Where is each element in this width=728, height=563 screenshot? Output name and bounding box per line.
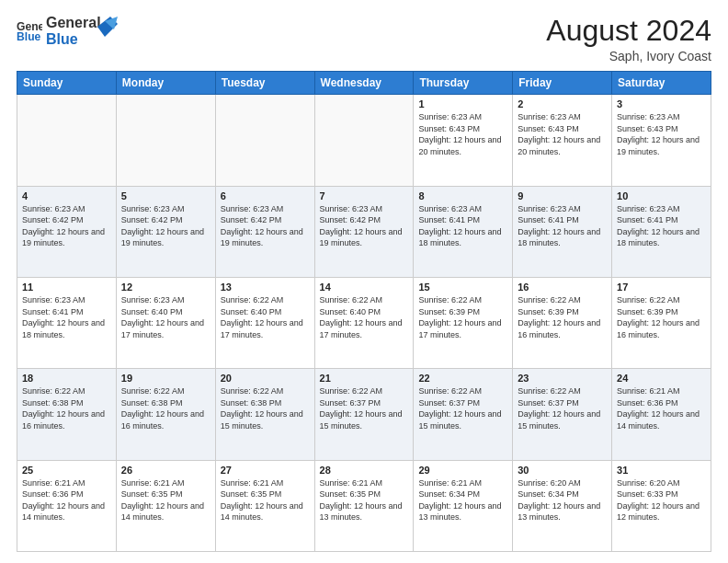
table-row: 26 Sunrise: 6:21 AM Sunset: 6:35 PM Dayl… bbox=[116, 460, 215, 551]
table-row: 29 Sunrise: 6:21 AM Sunset: 6:34 PM Dayl… bbox=[414, 460, 513, 551]
table-row: 6 Sunrise: 6:23 AM Sunset: 6:42 PM Dayli… bbox=[215, 186, 314, 277]
table-row: 3 Sunrise: 6:23 AM Sunset: 6:43 PM Dayli… bbox=[612, 95, 711, 186]
table-row: 14 Sunrise: 6:22 AM Sunset: 6:40 PM Dayl… bbox=[314, 277, 414, 368]
table-row: 15 Sunrise: 6:22 AM Sunset: 6:39 PM Dayl… bbox=[414, 277, 513, 368]
table-row: 30 Sunrise: 6:20 AM Sunset: 6:34 PM Dayl… bbox=[513, 460, 612, 551]
table-row: 19 Sunrise: 6:22 AM Sunset: 6:38 PM Dayl… bbox=[116, 369, 215, 460]
table-row bbox=[17, 95, 117, 186]
table-row: 9 Sunrise: 6:23 AM Sunset: 6:41 PM Dayli… bbox=[513, 186, 612, 277]
logo-general: General bbox=[46, 15, 101, 30]
table-row: 10 Sunrise: 6:23 AM Sunset: 6:41 PM Dayl… bbox=[612, 186, 711, 277]
svg-text:Blue: Blue bbox=[17, 30, 41, 43]
table-row bbox=[215, 95, 314, 186]
table-row bbox=[314, 95, 414, 186]
col-sunday: Sunday bbox=[17, 72, 117, 95]
location-subtitle: Saph, Ivory Coast bbox=[546, 49, 711, 63]
col-thursday: Thursday bbox=[414, 72, 513, 95]
month-year-title: August 2024 bbox=[546, 15, 711, 47]
logo-blue: Blue bbox=[46, 31, 101, 48]
table-row: 13 Sunrise: 6:22 AM Sunset: 6:40 PM Dayl… bbox=[215, 277, 314, 368]
table-row: 31 Sunrise: 6:20 AM Sunset: 6:33 PM Dayl… bbox=[612, 460, 711, 551]
calendar-table: Sunday Monday Tuesday Wednesday Thursday… bbox=[17, 71, 711, 552]
col-tuesday: Tuesday bbox=[215, 72, 314, 95]
table-row: 24 Sunrise: 6:21 AM Sunset: 6:36 PM Dayl… bbox=[612, 369, 711, 460]
table-row: 8 Sunrise: 6:23 AM Sunset: 6:41 PM Dayli… bbox=[414, 186, 513, 277]
table-row: 27 Sunrise: 6:21 AM Sunset: 6:35 PM Dayl… bbox=[215, 460, 314, 551]
col-friday: Friday bbox=[513, 72, 612, 95]
table-row: 5 Sunrise: 6:23 AM Sunset: 6:42 PM Dayli… bbox=[116, 186, 215, 277]
header: General Blue General Blue August 2024 Sa… bbox=[17, 15, 711, 63]
logo-icon: General Blue bbox=[17, 18, 42, 44]
table-row: 25 Sunrise: 6:21 AM Sunset: 6:36 PM Dayl… bbox=[17, 460, 117, 551]
logo: General Blue General Blue bbox=[17, 15, 118, 47]
table-row bbox=[116, 95, 215, 186]
col-saturday: Saturday bbox=[612, 72, 711, 95]
logo-bird-icon bbox=[97, 17, 118, 37]
table-row: 20 Sunrise: 6:22 AM Sunset: 6:38 PM Dayl… bbox=[215, 369, 314, 460]
calendar-header-row: Sunday Monday Tuesday Wednesday Thursday… bbox=[17, 72, 711, 95]
table-row: 16 Sunrise: 6:22 AM Sunset: 6:39 PM Dayl… bbox=[513, 277, 612, 368]
table-row: 12 Sunrise: 6:23 AM Sunset: 6:40 PM Dayl… bbox=[116, 277, 215, 368]
table-row: 21 Sunrise: 6:22 AM Sunset: 6:37 PM Dayl… bbox=[314, 369, 414, 460]
table-row: 7 Sunrise: 6:23 AM Sunset: 6:42 PM Dayli… bbox=[314, 186, 414, 277]
col-monday: Monday bbox=[116, 72, 215, 95]
table-row: 22 Sunrise: 6:22 AM Sunset: 6:37 PM Dayl… bbox=[414, 369, 513, 460]
table-row: 2 Sunrise: 6:23 AM Sunset: 6:43 PM Dayli… bbox=[513, 95, 612, 186]
table-row: 1 Sunrise: 6:23 AM Sunset: 6:43 PM Dayli… bbox=[414, 95, 513, 186]
table-row: 28 Sunrise: 6:21 AM Sunset: 6:35 PM Dayl… bbox=[314, 460, 414, 551]
title-block: August 2024 Saph, Ivory Coast bbox=[546, 15, 711, 63]
table-row: 18 Sunrise: 6:22 AM Sunset: 6:38 PM Dayl… bbox=[17, 369, 117, 460]
table-row: 17 Sunrise: 6:22 AM Sunset: 6:39 PM Dayl… bbox=[612, 277, 711, 368]
col-wednesday: Wednesday bbox=[314, 72, 414, 95]
table-row: 11 Sunrise: 6:23 AM Sunset: 6:41 PM Dayl… bbox=[17, 277, 117, 368]
table-row: 23 Sunrise: 6:22 AM Sunset: 6:37 PM Dayl… bbox=[513, 369, 612, 460]
table-row: 4 Sunrise: 6:23 AM Sunset: 6:42 PM Dayli… bbox=[17, 186, 117, 277]
